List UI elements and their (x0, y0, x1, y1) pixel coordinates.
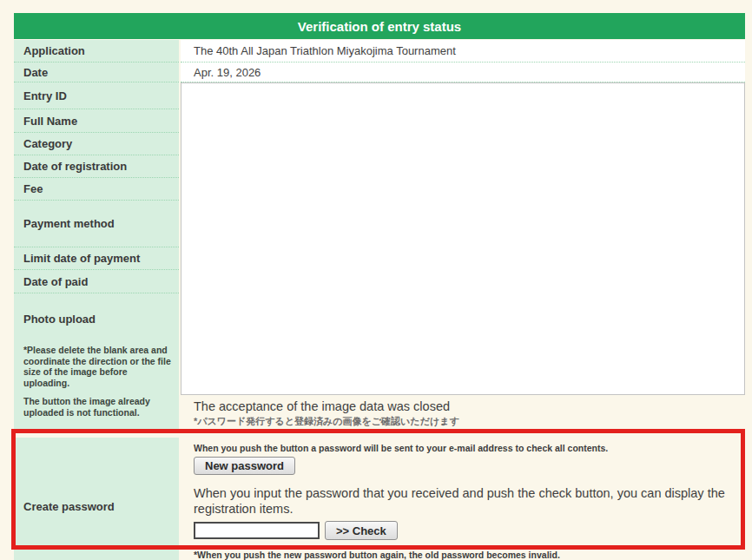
table-row-date: Date Apr. 19, 2026 (14, 63, 745, 82)
entry-details-group: Entry ID Full Name Category Date of regi… (14, 82, 745, 431)
create-password-instruction: When you input the password that you rec… (194, 485, 732, 517)
photo-upload-note-1: *Please delete the blank area and coordi… (23, 345, 172, 388)
row-label-create-password: Create password (14, 438, 179, 560)
create-password-intro: When you push the button a password will… (194, 442, 736, 454)
password-input-row: >> Check (194, 521, 736, 540)
new-password-button[interactable]: New password (194, 457, 295, 475)
entry-details-value-column: The acceptance of the image data was clo… (181, 82, 745, 431)
row-value-application: The 40th All Japan Triathlon Miyakojima … (181, 40, 745, 63)
row-label-payment-method: Payment method (14, 201, 179, 247)
row-label-photo-upload: Photo upload *Please delete the blank ar… (14, 293, 179, 431)
create-password-note-1: *When you push the new password button a… (194, 549, 736, 560)
entry-status-table: Verification of entry status Application… (14, 13, 745, 560)
row-label-application: Application (14, 40, 179, 63)
page-title: Verification of entry status (298, 19, 461, 34)
row-label-category: Category (14, 133, 179, 155)
row-value-date: Apr. 19, 2026 (181, 63, 745, 82)
page-title-bar: Verification of entry status (14, 13, 745, 39)
row-label-fee: Fee (14, 178, 179, 201)
row-label-limit-date-of-payment: Limit date of payment (14, 247, 179, 270)
create-password-content: When you push the button a password will… (181, 438, 745, 560)
image-acceptance-note-ja: *パスワード発行すると登録済みの画像をご確認いただけます (181, 415, 745, 428)
image-acceptance-status: The acceptance of the image data was clo… (181, 399, 745, 413)
create-password-row: Create password When you push the button… (14, 438, 745, 560)
row-label-entry-id: Entry ID (14, 82, 179, 109)
row-label-full-name: Full Name (14, 109, 179, 133)
password-input[interactable] (194, 522, 320, 539)
row-label-date-of-registration: Date of registration (14, 155, 179, 178)
table-row-application: Application The 40th All Japan Triathlon… (14, 40, 745, 63)
check-button[interactable]: >> Check (325, 521, 398, 540)
image-display-area (181, 82, 745, 395)
row-label-date-of-paid: Date of paid (14, 270, 179, 293)
photo-upload-label: Photo upload (23, 313, 172, 326)
photo-upload-note-2: The button the image already uploaded is… (23, 396, 172, 418)
row-label-date: Date (14, 63, 179, 82)
create-password-notes: *When you push the new password button a… (194, 549, 736, 560)
entry-details-label-column: Entry ID Full Name Category Date of regi… (14, 82, 179, 431)
